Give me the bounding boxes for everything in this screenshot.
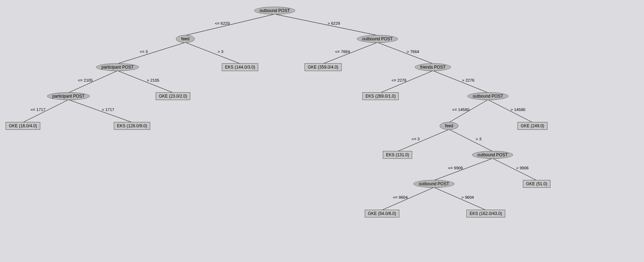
tree-leaf: GKE (51.0)	[523, 180, 550, 188]
edge-label: > 3	[217, 50, 223, 54]
svg-line-10	[381, 71, 433, 93]
edge-label: > 2105	[147, 78, 160, 82]
svg-line-6	[185, 42, 240, 64]
tree-node: participant POST	[96, 63, 139, 71]
svg-line-15	[434, 158, 493, 180]
tree-node: friends POST	[415, 63, 451, 71]
svg-line-1	[118, 42, 185, 64]
tree-node: feed	[176, 35, 195, 43]
tree-node: outbound POST	[254, 7, 295, 14]
edge-label: <= 14580	[452, 107, 470, 112]
svg-line-8	[323, 42, 377, 64]
tree-leaf: GKE (23.0/2.0)	[156, 92, 190, 100]
edge-label: <= 3	[139, 50, 148, 54]
svg-line-7	[275, 14, 377, 35]
svg-line-14	[449, 129, 493, 151]
tree-node: outbound POST	[467, 92, 508, 100]
edge-label: > 14580	[511, 107, 525, 112]
edge-label: > 9604	[461, 195, 474, 199]
tree-node: feed	[440, 122, 458, 130]
edge-label: > 6229	[328, 21, 340, 25]
edge-label: <= 3	[411, 137, 419, 141]
tree-leaf: GKE (359.0/4.0)	[305, 63, 342, 71]
svg-line-4	[68, 100, 132, 122]
edge-label: > 9906	[516, 166, 529, 170]
svg-line-0	[185, 14, 275, 35]
edge-label: <= 1717	[30, 107, 45, 112]
svg-line-3	[23, 100, 68, 122]
edge-label: <= 2105	[78, 78, 93, 82]
tree-node: outbound POST	[472, 151, 513, 159]
edge-label: > 2276	[462, 78, 475, 82]
svg-line-18	[493, 158, 537, 180]
svg-line-16	[382, 187, 434, 210]
tree-leaf: GKE (16.0/4.0)	[6, 122, 40, 130]
tree-node: outbound POST	[413, 180, 454, 188]
edge-label: <= 2276	[392, 78, 406, 82]
svg-line-2	[68, 71, 118, 93]
svg-line-5	[118, 71, 173, 93]
tree-leaf: EKS (162.0/43.0)	[466, 210, 505, 217]
tree-node: participant POST	[47, 92, 90, 100]
tree-leaf: EKS (131.0)	[383, 151, 412, 159]
svg-line-11	[433, 71, 488, 93]
edge-label: <= 9604	[393, 195, 407, 199]
tree-leaf: GKE (54.0/6.0)	[365, 210, 399, 217]
decision-tree-diagram: outbound POST<= 6229feed<= 3participant …	[0, 0, 644, 262]
edge-svg	[0, 0, 644, 262]
edge-label: > 3	[476, 137, 481, 141]
svg-line-19	[488, 100, 532, 122]
tree-leaf: GKE (249.0)	[518, 122, 548, 130]
edge-label: > 7664	[407, 50, 419, 54]
tree-leaf: EKS (128.0/9.0)	[114, 122, 150, 130]
edge-label: > 1717	[102, 107, 114, 112]
tree-node: outbound POST	[357, 35, 398, 43]
edge-label: <= 7664	[335, 50, 350, 54]
svg-line-9	[377, 42, 433, 64]
edge-label: <= 6229	[215, 21, 229, 25]
svg-line-13	[398, 129, 449, 151]
edge-label: <= 9906	[448, 166, 463, 170]
tree-leaf: EKS (269.0/1.0)	[362, 92, 399, 100]
tree-leaf: EKS (144.0/3.0)	[222, 63, 258, 71]
svg-line-17	[434, 187, 486, 210]
